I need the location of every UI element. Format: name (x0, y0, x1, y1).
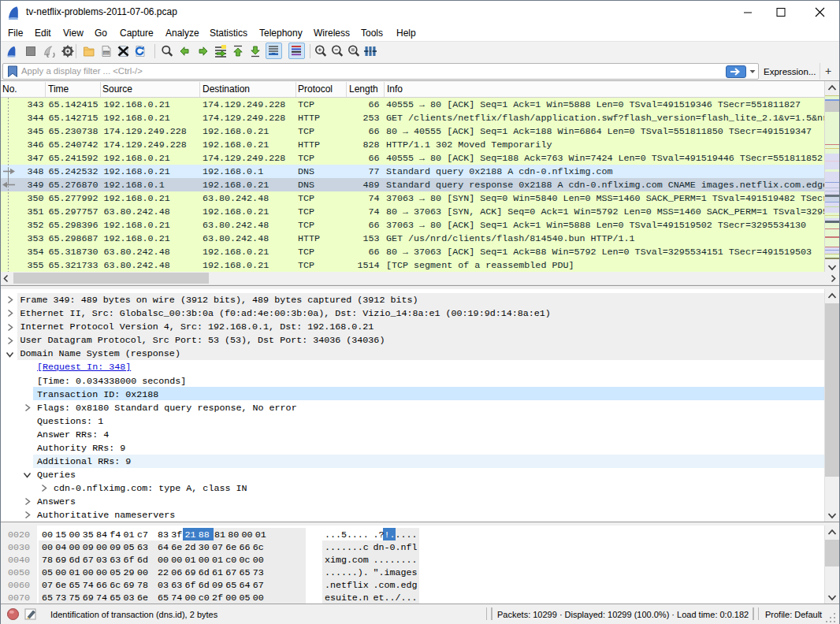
svg-text:010: 010 (104, 51, 110, 55)
